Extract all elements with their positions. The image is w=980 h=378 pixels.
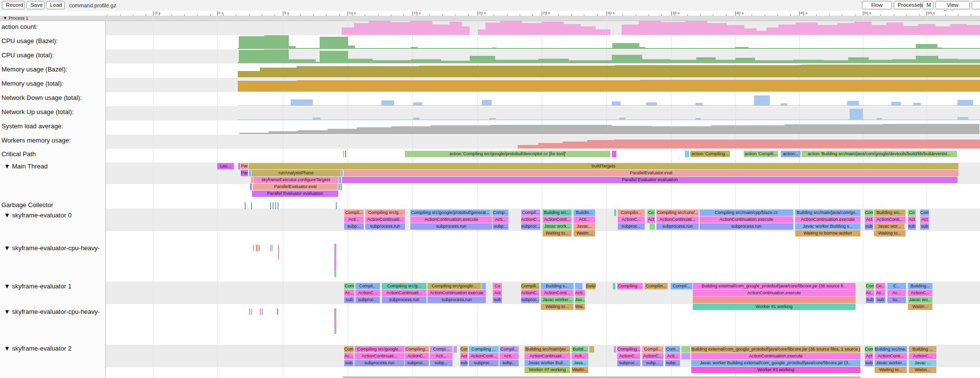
- event-bar-skyframe-evaluator-0[interactable]: ActionConti...: [874, 216, 905, 223]
- event-bar-skyframe-evaluator-2[interactable]: Act: [460, 353, 468, 359]
- gc-tick[interactable]: [275, 202, 276, 209]
- cpu-heavy-sliver[interactable]: [334, 244, 336, 250]
- event-bar-skyframe-evaluator-1[interactable]: [613, 283, 615, 289]
- event-bar-skyframe-evaluator-1[interactable]: Compilin...: [645, 283, 668, 289]
- event-bar-skyframe-evaluator-0[interactable]: ActionC...: [521, 216, 540, 223]
- event-bar-skyframe-evaluator-2[interactable]: ActionContinuati...: [525, 353, 570, 359]
- event-bar-skyframe-evaluator-2[interactable]: Javac worker Building external/com_googl…: [691, 360, 860, 366]
- event-bar-skyframe-evaluator-1[interactable]: Ac...: [866, 290, 874, 296]
- event-bar-skyframe-evaluator-0[interactable]: Compiling src/core/...: [656, 210, 699, 216]
- event-bar-skyframe-evaluator-1[interactable]: Ac...: [344, 290, 354, 296]
- event-bar-skyframe-evaluator-1[interactable]: subprocess.run: [382, 297, 427, 303]
- event-bar-skyframe-evaluator-2[interactable]: ActionC...: [909, 353, 936, 359]
- event-bar-skyframe-evaluator-0[interactable]: Com: [920, 210, 929, 216]
- event-bar-skyframe-evaluator-0[interactable]: subprocess.run: [410, 223, 492, 230]
- event-bar-skyframe-evaluator-0[interactable]: Comp...: [493, 210, 508, 216]
- event-bar-skyframe-evaluator-2[interactable]: ActionC...: [405, 353, 429, 359]
- event-bar-skyframe-evaluator-0[interactable]: subprocess.run: [700, 223, 793, 230]
- event-bar-skyframe-evaluator-0[interactable]: ActionContinuati...: [656, 216, 699, 223]
- event-bar-skyframe-evaluator-0[interactable]: subprocess.run: [656, 223, 699, 230]
- cpu-heavy-sliver[interactable]: [334, 329, 336, 334]
- event-bar-main-thread[interactable]: Lau...: [217, 163, 234, 169]
- event-bar-skyframe-evaluator-0[interactable]: Acti...: [574, 216, 595, 223]
- event-bar-skyframe-evaluator-2[interactable]: Acti...: [572, 353, 588, 359]
- cpu-heavy-sliver[interactable]: [334, 320, 336, 329]
- cpu-heavy-sliver[interactable]: [334, 314, 336, 320]
- event-bar-skyframe-evaluator-0[interactable]: Com: [865, 210, 873, 216]
- event-bar-skyframe-evaluator-2[interactable]: Compil...: [500, 346, 519, 353]
- event-bar-skyframe-evaluator-1[interactable]: [481, 283, 486, 289]
- gc-tick[interactable]: [336, 202, 337, 209]
- event-bar-skyframe-evaluator-2[interactable]: subproc...: [469, 360, 499, 366]
- cpu-heavy-tick[interactable]: [277, 308, 278, 315]
- event-bar-skyframe-evaluator-0[interactable]: ActionContinuation.execute: [700, 216, 793, 223]
- event-bar-critical-path[interactable]: [343, 151, 344, 157]
- event-bar-skyframe-evaluator-0[interactable]: Compil...: [344, 210, 364, 216]
- gc-tick[interactable]: [251, 202, 252, 209]
- event-bar-skyframe-evaluator-0[interactable]: ActionConti...: [543, 216, 572, 223]
- event-bar-skyframe-evaluator-2[interactable]: ActionContinuation.execute: [691, 353, 860, 359]
- gc-tick[interactable]: [277, 202, 278, 209]
- event-bar-skyframe-evaluator-2[interactable]: subp...: [500, 360, 519, 366]
- event-bar-main-thread[interactable]: ParallelEvaluator.eval: [344, 170, 958, 176]
- event-bar-skyframe-evaluator-0[interactable]: Waiting to...: [874, 230, 905, 236]
- event-bar-skyframe-evaluator-1[interactable]: C...: [887, 283, 906, 289]
- event-bar-skyframe-evaluator-1[interactable]: ActionC...: [521, 290, 539, 296]
- event-bar-skyframe-evaluator-0[interactable]: subproc...: [521, 223, 540, 230]
- event-bar-skyframe-evaluator-1[interactable]: subproc...: [521, 297, 539, 303]
- event-bar-skyframe-evaluator-2[interactable]: Building src/main/jav...: [525, 346, 570, 353]
- event-bar-skyframe-evaluator-2[interactable]: ActionC...: [617, 353, 640, 359]
- event-bar-skyframe-evaluator-1[interactable]: Wai...: [575, 304, 585, 310]
- event-bar-skyframe-evaluator-2[interactable]: Compi...: [430, 346, 452, 353]
- event-bar-skyframe-evaluator-0[interactable]: subprocess.run: [365, 223, 405, 230]
- track-group-label[interactable]: ▼ skyframe-evaluator-cpu-heavy-: [4, 308, 100, 315]
- track-group-label[interactable]: ▼ skyframe-evaluator-cpu-heavy-: [4, 244, 100, 252]
- event-bar-main-thread[interactable]: [249, 170, 251, 176]
- event-bar-skyframe-evaluator-1[interactable]: Waitin...: [908, 304, 932, 310]
- event-bar-skyframe-evaluator-2[interactable]: Compiling...: [405, 346, 429, 353]
- event-bar-skyframe-evaluator-2[interactable]: ActionConti...: [875, 353, 907, 359]
- event-bar-skyframe-evaluator-2[interactable]: subprocess.run: [354, 360, 404, 366]
- event-bar-skyframe-evaluator-0[interactable]: [650, 223, 655, 230]
- event-bar-skyframe-evaluator-2[interactable]: [681, 353, 690, 359]
- event-bar-skyframe-evaluator-2[interactable]: Javac worker Buil...: [525, 360, 570, 366]
- event-bar-skyframe-evaluator-0[interactable]: Act: [920, 216, 929, 223]
- event-bar-skyframe-evaluator-2[interactable]: Com: [865, 346, 873, 353]
- event-bar-skyframe-evaluator-0[interactable]: [614, 210, 616, 216]
- event-bar-skyframe-evaluator-1[interactable]: Compiling src/google...: [427, 283, 481, 289]
- event-bar-skyframe-evaluator-0[interactable]: Compil...: [521, 210, 540, 216]
- event-bar-skyframe-evaluator-1[interactable]: Waiting to...: [541, 304, 574, 310]
- event-bar-skyframe-evaluator-2[interactable]: subproc...: [617, 360, 640, 366]
- event-bar-critical-path[interactable]: [612, 151, 616, 157]
- cpu-heavy-tick[interactable]: [259, 245, 260, 251]
- cpu-heavy-tick[interactable]: [251, 308, 252, 315]
- event-bar-skyframe-evaluator-1[interactable]: Acti...: [575, 290, 585, 296]
- event-bar-skyframe-evaluator-1[interactable]: sub: [876, 297, 885, 303]
- event-bar-skyframe-evaluator-0[interactable]: Buildin...: [574, 210, 595, 216]
- event-bar-main-thread[interactable]: Parallel Evaluator evaluation: [252, 190, 338, 197]
- event-bar-skyframe-evaluator-1[interactable]: subprocess.run: [427, 297, 486, 303]
- event-bar-skyframe-evaluator-0[interactable]: [491, 210, 492, 216]
- event-bar-main-thread[interactable]: skyframeExecutor.configureTargets: [253, 177, 338, 183]
- event-bar-skyframe-evaluator-2[interactable]: Compiling src/google...: [354, 346, 404, 353]
- event-bar-main-thread[interactable]: [339, 177, 341, 183]
- event-bar-skyframe-evaluator-0[interactable]: ActionContinuation.execute: [795, 216, 860, 223]
- cpu-heavy-tick[interactable]: [257, 245, 258, 251]
- cpu-heavy-sliver[interactable]: [334, 257, 336, 270]
- event-bar-skyframe-evaluator-1[interactable]: ActionContinuation.execute: [427, 290, 486, 296]
- event-bar-skyframe-evaluator-2[interactable]: subproc...: [405, 360, 429, 366]
- event-bar-skyframe-evaluator-2[interactable]: Java...: [572, 360, 588, 366]
- event-bar-skyframe-evaluator-2[interactable]: Waitin...: [572, 367, 588, 373]
- event-bar-skyframe-evaluator-1[interactable]: Compil...: [355, 283, 380, 289]
- event-bar-skyframe-evaluator-2[interactable]: Javac ...: [909, 360, 936, 366]
- event-bar-skyframe-evaluator-1[interactable]: Compil...: [671, 283, 692, 289]
- event-bar-skyframe-evaluator-2[interactable]: Buildi...: [572, 346, 588, 353]
- event-bar-skyframe-evaluator-1[interactable]: ActionC...: [355, 290, 380, 296]
- event-bar-skyframe-evaluator-0[interactable]: Building src/main/java/com/go...: [795, 210, 860, 216]
- event-bar-main-thread[interactable]: runAnalysisPhase: [251, 170, 341, 176]
- event-bar-skyframe-evaluator-2[interactable]: Building external/com_google_protobuf/ja…: [691, 346, 860, 353]
- event-bar-skyframe-evaluator-2[interactable]: Waiting to...: [875, 367, 907, 373]
- event-bar-skyframe-evaluator-0[interactable]: Act: [647, 216, 655, 223]
- event-bar-skyframe-evaluator-2[interactable]: sub: [865, 360, 873, 366]
- event-bar-skyframe-evaluator-1[interactable]: [693, 297, 855, 303]
